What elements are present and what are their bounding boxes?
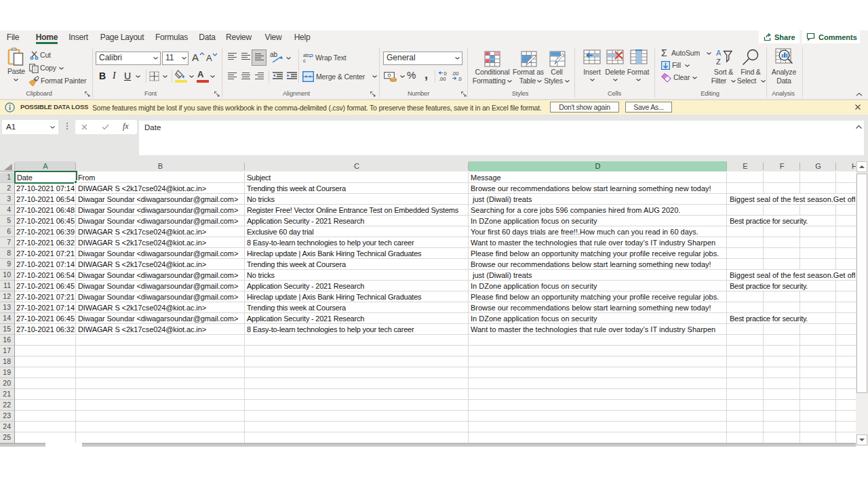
svg-text:A: A <box>716 49 722 57</box>
svg-text:.00: .00 <box>439 76 446 81</box>
svg-text:c: c <box>303 58 306 63</box>
svg-text:Z: Z <box>716 58 721 66</box>
